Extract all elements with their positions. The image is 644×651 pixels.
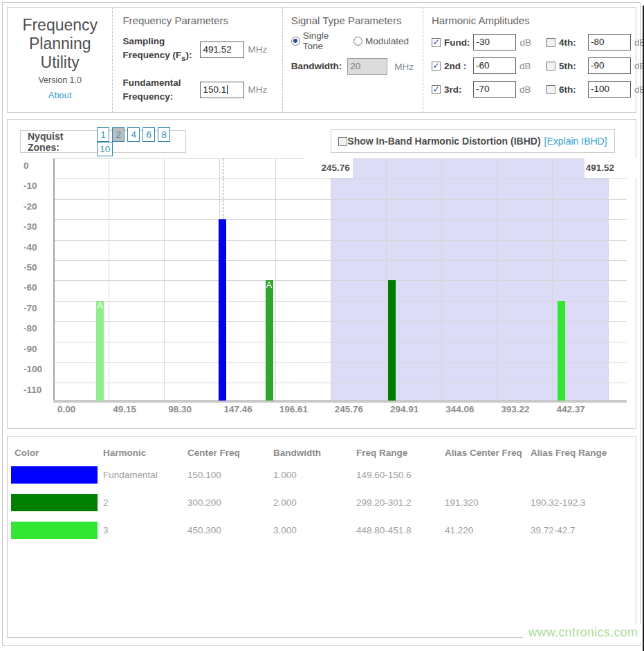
- y-tick-label: -50: [24, 262, 37, 273]
- harmonic-amplitude-input[interactable]: -70: [473, 81, 516, 98]
- harmonic-amplitudes-title: Harmonic Amplitudes: [432, 15, 627, 26]
- v-gridline: [164, 158, 165, 401]
- h-gridline: [53, 240, 627, 241]
- table-header: Harmonic: [103, 443, 187, 461]
- frequency-parameters-section: Frequency Parameters Sampling Frequency …: [112, 8, 282, 112]
- h-gridline: [53, 321, 627, 322]
- table-header: Center Freq: [187, 443, 273, 461]
- y-tick-label: -80: [24, 323, 37, 333]
- harmonic-row-1: ✓Fund:-30dB: [432, 30, 531, 54]
- x-tick-label: 245.76: [335, 404, 363, 414]
- harmonic-checkbox[interactable]: ✓: [546, 85, 555, 94]
- y-tick-label: -110: [24, 385, 42, 395]
- about-link[interactable]: About: [48, 90, 72, 100]
- y-axis-line: [53, 158, 55, 403]
- harmonic-amplitude-input[interactable]: -60: [473, 57, 516, 74]
- v-gridline: [275, 158, 276, 401]
- y-tick-label: -70: [24, 303, 37, 313]
- signal-type-title: Signal Type Parameters: [291, 15, 414, 26]
- bandwidth-cell: 1.000: [273, 461, 356, 488]
- single-tone-radio[interactable]: [291, 37, 300, 46]
- fundamental-marker-line: [223, 158, 223, 219]
- nyquist-zone-button-8[interactable]: 8: [158, 127, 170, 142]
- harmonic-checkbox[interactable]: ✓: [432, 62, 441, 71]
- harmonic-amplitude-input[interactable]: -90: [588, 57, 631, 74]
- frequency-parameters-title: Frequency Parameters: [122, 15, 272, 26]
- nyquist-zone-button-1[interactable]: 1: [97, 127, 109, 142]
- harmonic-amplitude-input[interactable]: -80: [588, 34, 631, 51]
- harmonic-label: Fund:: [444, 37, 470, 48]
- h-gridline: [53, 362, 627, 363]
- table-header: Alias Freq Range: [531, 443, 627, 461]
- ibhd-checkbox[interactable]: ✓: [338, 137, 347, 146]
- alias-freq-range-cell: [531, 461, 627, 488]
- spectrum-plot: 0-10-20-30-40-50-60-70-80-90-100-110 AA2…: [20, 158, 634, 421]
- y-axis-labels: 0-10-20-30-40-50-60-70-80-90-100-110: [20, 158, 53, 401]
- y-tick-label: -100: [24, 364, 42, 374]
- harmonic-label: 3rd:: [444, 84, 470, 95]
- harmonic-checkbox[interactable]: ✓: [432, 38, 441, 47]
- alias-label: A: [266, 280, 273, 290]
- table-header: Alias Center Freq: [445, 443, 531, 461]
- harmonic-unit: dB: [519, 61, 531, 71]
- table-header: Color: [15, 443, 103, 461]
- signal-type-section: Signal Type Parameters Single Tone Modul…: [282, 8, 423, 112]
- fundamental-frequency-input[interactable]: 150.1: [200, 82, 244, 98]
- zone-end-label: 491.52: [585, 158, 638, 178]
- explain-ibhd-link[interactable]: [Explain IBHD]: [544, 136, 607, 147]
- watermark: www.cntronics.com: [523, 623, 642, 643]
- center-freq-cell: 150.100: [187, 461, 273, 488]
- bandwidth-input[interactable]: 20: [347, 58, 387, 75]
- app-title: Frequency Planning Utility: [15, 16, 106, 72]
- harmonic-amplitude-input[interactable]: -30: [473, 34, 516, 51]
- harmonic-unit: dB: [519, 37, 531, 48]
- freq-range-cell: 448.80-451.8: [356, 516, 445, 544]
- harmonic-checkbox[interactable]: ✓: [546, 38, 555, 47]
- alias-freq-range-cell: 190.32-192.3: [531, 488, 627, 516]
- 3rd-harmonic-bar: [558, 301, 565, 401]
- chart-panel: Nyquist Zones: 1246810 ✓ Show In-Band Ha…: [7, 119, 636, 429]
- harmonic-row-4: ✓4th:-80dB: [546, 30, 644, 54]
- text-caret: [227, 85, 228, 94]
- color-swatch: [11, 494, 98, 511]
- harmonic-label: 2nd :: [444, 61, 470, 71]
- harmonic-checkbox[interactable]: ✓: [432, 85, 441, 94]
- harmonic-unit: dB: [519, 84, 531, 95]
- fundamental-frequency-unit: MHz: [248, 84, 267, 95]
- harmonic-amplitude-input[interactable]: -100: [588, 81, 631, 98]
- nyquist-zone-button-4[interactable]: 4: [127, 127, 140, 142]
- freq-range-cell: 149.60-150.6: [356, 461, 445, 488]
- 2nd-harmonic-bar: [388, 280, 396, 401]
- x-tick-label: 196.61: [279, 404, 308, 414]
- bandwidth-cell: 3.000: [273, 516, 356, 544]
- nyquist-zone-button-6[interactable]: 6: [142, 127, 155, 142]
- v-gridline: [109, 158, 109, 401]
- x-tick-label: 49.15: [113, 404, 136, 414]
- y-tick-label: -60: [24, 282, 37, 293]
- harmonic-amplitudes-section: Harmonic Amplitudes ✓Fund:-30dB✓2nd :-60…: [423, 8, 636, 112]
- color-cell: [15, 516, 103, 544]
- nyquist-zone-button-10[interactable]: 10: [97, 142, 113, 156]
- color-cell: [15, 461, 103, 488]
- harmonic-cell: 3: [103, 516, 187, 544]
- harmonic-label: 6th:: [559, 84, 585, 95]
- harmonic-checkbox[interactable]: ✓: [546, 62, 555, 71]
- y-tick-label: -20: [24, 201, 37, 212]
- h-gridline: [53, 383, 627, 383]
- sampling-frequency-input[interactable]: 491.52: [200, 42, 244, 58]
- nyquist-zones-box: Nyquist Zones: 1246810: [20, 130, 186, 153]
- color-swatch: [11, 522, 98, 539]
- h-gridline: [53, 219, 627, 220]
- harmonic-cell: Fundamental: [103, 461, 187, 488]
- zone-start-label: 245.76: [304, 158, 353, 178]
- 2nd-harmonic-alias-bar: A: [266, 280, 273, 401]
- nyquist-zone-button-2[interactable]: 2: [112, 127, 125, 142]
- harmonic-row-3: ✓3rd:-70dB: [432, 77, 531, 101]
- modulated-radio[interactable]: [353, 37, 362, 46]
- header-panel: Frequency Planning Utility Version 1.0 A…: [7, 7, 636, 113]
- fundamental-bar: [219, 219, 226, 401]
- h-gridline: [53, 342, 627, 342]
- x-axis-line: [53, 400, 627, 403]
- v-gridline: [441, 158, 442, 401]
- harmonic-label: 5th:: [559, 61, 585, 71]
